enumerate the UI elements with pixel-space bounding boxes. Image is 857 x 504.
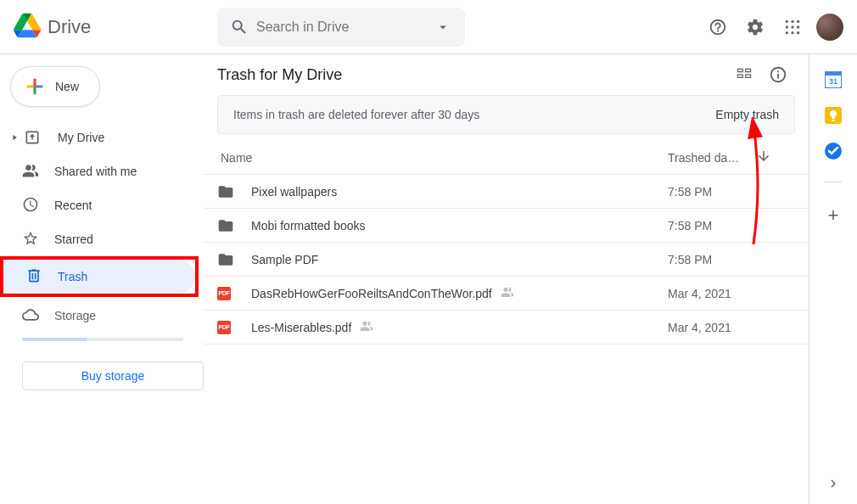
table-row[interactable]: PDFLes-Miserables.pdfMar 4, 2021 [204, 311, 809, 344]
grid-view-icon[interactable] [727, 58, 761, 92]
tasks-app-icon[interactable] [825, 143, 842, 160]
sidebar-item-trash[interactable]: Trash [3, 260, 195, 294]
keep-app-icon[interactable] [825, 107, 842, 124]
file-name: Mobi formatted books [251, 219, 668, 232]
sidebar-item-label: Shared with me [54, 165, 137, 178]
file-name: Les-Miserables.pdf [251, 319, 668, 335]
folder-icon [217, 183, 251, 200]
storage-bar [22, 338, 183, 341]
file-name: Pixel wallpapers [251, 185, 668, 199]
file-date: 7:58 PM [668, 253, 795, 266]
svg-rect-12 [746, 75, 751, 77]
svg-point-1 [791, 20, 793, 22]
page-title: Trash for My Drive [217, 66, 727, 84]
trash-icon [25, 267, 42, 287]
search-bar[interactable] [217, 8, 465, 47]
folder-icon [217, 251, 251, 268]
col-name[interactable]: Name [217, 151, 668, 165]
pdf-icon: PDF [217, 287, 251, 300]
plus-icon [23, 75, 47, 98]
sidebar-item-storage[interactable]: Storage [0, 299, 204, 333]
empty-trash-button[interactable]: Empty trash [715, 108, 779, 121]
my-drive-icon [22, 129, 42, 146]
col-date[interactable]: Trashed da… [668, 151, 739, 165]
file-date: Mar 4, 2021 [668, 287, 795, 300]
svg-point-2 [797, 20, 799, 22]
calendar-app-icon[interactable]: 31 [825, 71, 842, 88]
shared-indicator-icon [360, 319, 373, 335]
svg-rect-14 [825, 71, 842, 76]
new-button[interactable]: New [10, 66, 100, 107]
sidebar-item-recent[interactable]: Recent [0, 188, 204, 222]
app-name: Drive [48, 16, 91, 38]
table-row[interactable]: PDFDasRebHowGerFooReiltsAndConTheWor.pdf… [204, 277, 809, 311]
drive-logo-icon [14, 12, 41, 42]
settings-icon[interactable] [738, 10, 772, 44]
sidebar: New My Drive Shared with me Recent Starr… [0, 54, 204, 504]
buy-storage-button[interactable]: Buy storage [22, 361, 204, 390]
search-icon[interactable] [222, 10, 256, 44]
svg-rect-10 [746, 69, 751, 71]
sort-arrow-icon[interactable] [756, 148, 771, 166]
svg-point-3 [786, 25, 788, 28]
column-header: Name Trashed da… [204, 141, 809, 175]
storage-label: Storage [54, 309, 96, 322]
sidebar-item-label: Recent [54, 199, 92, 212]
svg-point-0 [786, 20, 788, 22]
help-icon[interactable] [701, 10, 735, 44]
sidebar-item-label: Trash [58, 270, 87, 283]
collapse-panel-icon[interactable] [826, 476, 841, 494]
pdf-icon: PDF [217, 321, 251, 334]
svg-rect-11 [738, 75, 743, 77]
table-row[interactable]: Sample PDF7:58 PM [204, 243, 809, 277]
trash-banner: Items in trash are deleted forever after… [217, 95, 795, 134]
table-row[interactable]: Mobi formatted books7:58 PM [204, 209, 809, 243]
shared-indicator-icon [501, 285, 514, 301]
annotation-highlight: Trash [0, 256, 199, 297]
side-panel: 31 + [809, 54, 857, 504]
file-name: Sample PDF [251, 253, 668, 266]
drive-logo-area[interactable]: Drive [14, 12, 217, 42]
file-name: DasRebHowGerFooReiltsAndConTheWor.pdf [251, 285, 668, 301]
shared-icon [22, 162, 39, 182]
banner-text: Items in trash are deleted forever after… [233, 108, 715, 121]
svg-point-5 [797, 25, 799, 28]
expand-icon[interactable] [7, 133, 22, 142]
folder-icon [217, 217, 251, 234]
add-app-icon[interactable]: + [828, 204, 839, 227]
svg-text:31: 31 [829, 77, 837, 86]
sidebar-item-shared[interactable]: Shared with me [0, 154, 204, 188]
info-icon[interactable] [761, 58, 795, 92]
file-date: Mar 4, 2021 [668, 321, 795, 334]
clock-icon [22, 196, 39, 216]
svg-point-4 [791, 25, 793, 28]
svg-point-7 [791, 31, 793, 34]
sidebar-item-starred[interactable]: Starred [0, 222, 204, 256]
search-options-icon[interactable] [426, 10, 460, 44]
file-date: 7:58 PM [668, 185, 795, 199]
svg-point-8 [797, 31, 799, 34]
sidebar-item-label: Starred [54, 232, 93, 246]
svg-rect-9 [738, 69, 743, 71]
file-date: 7:58 PM [668, 219, 795, 232]
svg-point-6 [786, 31, 788, 34]
new-button-label: New [55, 80, 79, 93]
search-input[interactable] [256, 20, 426, 35]
account-avatar[interactable] [816, 14, 843, 41]
cloud-icon [22, 306, 39, 326]
sidebar-item-label: My Drive [58, 131, 104, 144]
apps-icon[interactable] [776, 10, 809, 44]
star-icon [22, 230, 39, 249]
table-row[interactable]: Pixel wallpapers7:58 PM [204, 175, 809, 209]
sidebar-item-my-drive[interactable]: My Drive [0, 120, 204, 154]
svg-rect-17 [832, 120, 835, 121]
